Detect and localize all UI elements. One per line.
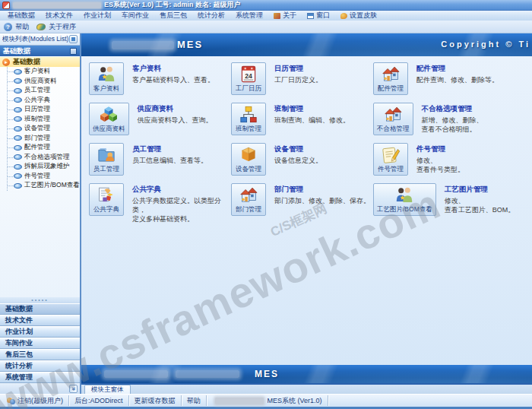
tile-label: 供应商资料 [93,125,125,134]
module-desc: 部门添加、修改、删除、保存。 [274,196,370,205]
module-desc: 工厂日历定义。 [274,75,322,84]
module-desc: 配件查询、修改、删除等。 [416,75,499,84]
status-help-button[interactable]: 帮助 [182,395,207,406]
module-title: 班制管理 [274,104,350,114]
module-nav: 基础数据 技术文件 作业计划 车间作业 售后三包 统计分析 系统管理 [0,303,80,383]
module-desc: 修改、 查看工艺图片、BOM。 [445,196,515,214]
module-tile-suppliers[interactable]: 供应商资料 [89,103,129,135]
main-area: MES Copyright © Ti 客户资料 客户资料 客户基础资料导入、查看… [81,33,532,394]
splitter[interactable]: ••••• [0,297,80,303]
copyright-text: Copyright © Ti [441,40,530,49]
group-header[interactable]: 基础数据 [0,46,80,56]
box-icon [239,145,258,164]
module-tile-equipment[interactable]: 设备管理 [231,143,266,176]
help-button-label: 帮助 [15,22,29,32]
tree-item-partno[interactable]: 件号管理 [8,172,80,182]
nav-button-tech-docs[interactable]: 技术文件 [0,315,80,326]
tree-item-label: 拆解后现象维护 [24,162,70,171]
module-cell: 设备管理 设备管理 设备信息定义。 [231,143,373,176]
nav-button-statistics[interactable]: 统计分析 [0,360,80,372]
tree-root-item[interactable]: ▸ 基础数据 [0,57,80,67]
menu-item-base-data[interactable]: 基础数据 [3,11,40,21]
skin-palette-icon [340,13,347,19]
module-title: 供应商资料 [138,104,213,114]
tree-item-department[interactable]: 部门管理 [8,134,80,144]
tree-item-customers[interactable]: 客户资料 [8,67,80,77]
logout-label: 注销(超级用户) [17,396,63,406]
tree-item-nonconforming[interactable]: 不合格选项管理 [8,153,80,163]
module-cell: 部门管理 部门管理 部门添加、修改、删除、保存。 [231,183,373,217]
tree-item-shift[interactable]: 班制管理 [8,115,80,125]
tree-item-parts[interactable]: 配件管理 [8,143,80,153]
menu-item-window[interactable]: 窗口 [302,11,334,21]
tree-item-suppliers[interactable]: 供应商资料 [8,77,80,87]
tree-item-calendar[interactable]: 日历管理 [8,105,80,115]
module-tile-process-bom[interactable]: 工艺图片/BOM查看 [373,183,436,216]
people-icon [394,185,414,204]
workspace: 模块列表(Modules List) 基础数据 ▸ 基础数据 客户资料 供应商资… [0,33,532,394]
chevron-overflow-icon[interactable]: » [69,385,78,393]
tree-item-bom[interactable]: 工艺图片/BOM查看 [8,181,80,191]
tile-label: 工艺图片/BOM查看 [377,205,432,214]
notepad-pencil-icon [381,145,401,164]
node-icon [14,88,22,94]
module-tile-employees[interactable]: 员工管理 [89,143,124,176]
module-tile-dictionary[interactable]: 公共字典 [89,183,124,216]
status-bar: 注销(超级用户) 后台:ADODirect 更新缓存数据 帮助 MES系统 (V… [0,394,532,409]
module-title: 件号管理 [416,144,464,154]
refresh-cache-button[interactable]: 更新缓存数据 [129,395,182,406]
nav-button-work-plan[interactable]: 作业计划 [0,326,80,338]
redacted-text [215,398,264,404]
nav-button-workshop[interactable]: 车间作业 [0,338,80,349]
menu-item-work-plan[interactable]: 作业计划 [79,11,116,21]
menu-item-label: 窗口 [316,11,330,21]
logout-button[interactable]: 注销(超级用户) [2,395,69,406]
module-tile-factory-calendar[interactable]: 工厂日历 [231,62,266,95]
tree-item-label: 供应商资料 [24,77,57,86]
menu-item-label: 设置皮肤 [350,11,377,21]
help-button[interactable]: ? 帮助 [4,22,29,32]
houses-icon [383,105,403,124]
menu-item-label: 关于 [283,11,296,21]
module-desc: 公共字典数据定义。以类型分类， 定义多种基础资料。 [132,196,231,224]
module-tile-parts[interactable]: 配件管理 [373,62,408,95]
tree-item-label: 客户资料 [24,67,50,76]
nav-button-aftersales[interactable]: 售后三包 [0,349,80,360]
nav-button-system[interactable]: 系统管理 [0,372,80,383]
menu-item-system[interactable]: 系统管理 [231,11,268,21]
menu-item-aftersales[interactable]: 售后三包 [155,11,192,21]
modules-list-header: 模块列表(Modules List) [0,33,80,46]
module-cell: 客户资料 客户资料 客户基础资料导入、查看。 [89,62,231,96]
tree-item-label: 班制管理 [24,115,50,124]
module-tile-nonconforming[interactable]: 不合格管理 [373,103,413,135]
group-collapse-button[interactable] [70,48,77,55]
tree-item-disassembly[interactable]: 拆解后现象维护 [8,162,80,172]
about-program-button[interactable]: 关于程序 [36,22,76,32]
tab-module-main[interactable]: 模块主窗体 [84,385,131,394]
nav-button-base-data[interactable]: 基础数据 [0,303,80,315]
menu-item-set-skin[interactable]: 设置皮肤 [336,11,382,21]
tile-label: 员工管理 [93,165,119,174]
tree-item-equipment[interactable]: 设备管理 [8,124,80,134]
module-info: 供应商资料 供应商资料导入、查询。 [138,103,213,125]
menu-item-workshop[interactable]: 车间作业 [117,11,154,21]
module-tile-department[interactable]: 部门管理 [231,183,266,216]
tree-item-label: 设备管理 [24,124,50,133]
backend-indicator: 后台:ADODirect [69,395,129,406]
menu-item-statistics[interactable]: 统计分析 [193,11,230,21]
menu-item-tech-docs[interactable]: 技术文件 [41,11,78,21]
pin-button[interactable] [69,35,78,43]
about-program-icon [36,24,46,30]
tree-item-label: 配件管理 [24,143,50,152]
houses-icon [381,65,401,84]
menu-item-about[interactable]: 关于 [269,11,301,21]
tree-item-dictionary[interactable]: 公共字典 [8,96,80,106]
node-icon [14,154,22,160]
module-tile-partno[interactable]: 件号管理 [373,143,408,176]
module-title: 员工管理 [132,144,207,154]
module-tile-customers[interactable]: 客户资料 [89,62,124,95]
module-grid: 客户资料 客户资料 客户基础资料导入、查看。 工厂日历 日历管理 工厂日历定义。 [81,56,532,365]
module-tile-shift[interactable]: 班制管理 [231,103,266,135]
tree-item-employees[interactable]: 员工管理 [8,86,80,96]
splitter-dots-icon: ••••• [31,299,48,302]
